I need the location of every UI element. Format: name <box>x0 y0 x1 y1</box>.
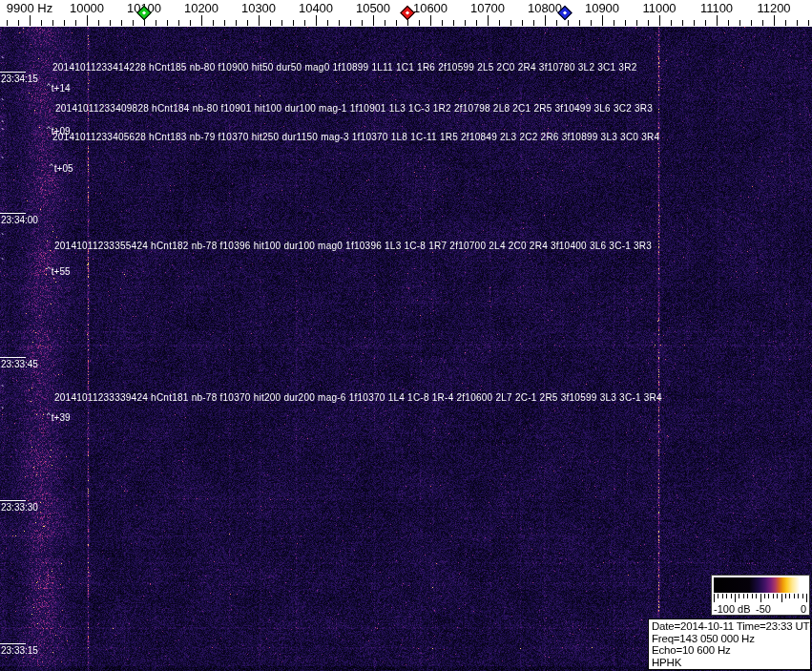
time-offset-text: t+39 <box>52 412 71 423</box>
time-tick-line <box>0 72 26 73</box>
event-edge-tick: ` <box>1 158 5 164</box>
caret-icon: ^ <box>50 161 53 170</box>
event-edge-tick: ` <box>1 58 5 64</box>
time-offset-text: t+14 <box>52 83 71 94</box>
event-edge-tick: ` <box>1 100 5 106</box>
marker-center-dot <box>563 10 567 14</box>
marker-center-dot <box>142 10 146 14</box>
time-offset-label: ^t+14 <box>47 81 71 94</box>
freq-tick-label: 10200 <box>184 1 219 15</box>
time-axis-label: 23:34:15 <box>1 73 38 84</box>
detection-log-line: 20141011233409828 hCnt184 nb-80 f10901 h… <box>55 103 653 114</box>
frequency-ruler: 9900 Hz100001010010200103001040010500106… <box>0 0 812 27</box>
event-edge-tick: ` <box>1 409 5 414</box>
time-tick-line <box>0 357 26 358</box>
info-frequency: Freq=143 050 000 Hz <box>652 633 807 645</box>
event-edge-tick: ` <box>1 387 5 392</box>
info-date-time: Date=2014-10-11 Time=23:33 UTC <box>652 620 807 633</box>
freq-tick-label: 10900 <box>585 1 619 15</box>
caret-icon: ^ <box>47 264 51 273</box>
marker-center-dot <box>406 10 409 14</box>
freq-tick-label: 10600 <box>413 1 448 15</box>
time-offset-label: ^t+55 <box>47 264 71 277</box>
db-max-label: 0 <box>801 603 806 615</box>
db-scale-ticks <box>714 594 807 602</box>
freq-tick-label: 10500 <box>356 1 390 15</box>
freq-tick-label: 9900 Hz <box>7 1 52 15</box>
caret-icon: ^ <box>47 410 51 419</box>
time-axis-label: 23:34:00 <box>1 215 38 225</box>
freq-tick-label: 10000 <box>70 1 104 15</box>
db-color-scale: -100 dB -50 0 <box>711 575 810 616</box>
time-offset-label: ^t+05 <box>50 161 73 174</box>
freq-tick-label: 11000 <box>642 1 676 15</box>
detection-log-line: 20141011233405628 hCnt183 nb-79 f10370 h… <box>52 132 659 142</box>
caret-icon: ^ <box>47 81 51 90</box>
freq-tick-label: 11100 <box>700 1 733 15</box>
info-echo-offset: Echo=10 600 Hz <box>652 644 807 657</box>
caret-icon: ^ <box>47 124 51 133</box>
time-offset-text: t+05 <box>54 163 73 174</box>
time-offset-label: ^t+09 <box>47 124 71 136</box>
detection-log-line: 20141011233414228 hCnt185 nb-80 f10900 h… <box>52 62 636 73</box>
time-offset-label: ^t+39 <box>47 410 71 423</box>
freq-tick-label: 11200 <box>757 1 790 15</box>
time-offset-text: t+55 <box>52 266 71 277</box>
time-tick-line <box>0 643 26 644</box>
db-min-label: -100 dB <box>714 603 751 615</box>
time-offset-text: t+09 <box>52 126 71 136</box>
detection-log-line: 20141011233355424 hCnt182 nb-78 f10396 h… <box>54 241 652 251</box>
info-station-code: HPHK <box>652 657 807 669</box>
time-axis-label: 23:33:45 <box>1 359 38 369</box>
meteor-echo-monitor-window: 23:34:1523:34:0023:33:4523:33:3023:33:15… <box>0 0 812 671</box>
freq-tick-label: 10700 <box>470 1 505 15</box>
freq-tick-label: 10300 <box>241 1 276 15</box>
db-gradient-bar <box>714 577 807 593</box>
time-axis-label: 23:33:30 <box>1 502 38 513</box>
event-edge-tick: ` <box>1 130 5 136</box>
status-info-box: Date=2014-10-11 Time=23:33 UTC Freq=143 … <box>648 619 811 670</box>
db-mid-label: -50 <box>756 603 771 615</box>
time-axis-label: 23:33:15 <box>1 645 38 656</box>
annotation-layer: 23:34:1523:34:0023:33:4523:33:3023:33:15… <box>0 0 812 671</box>
time-tick-line <box>0 213 26 214</box>
event-edge-tick: ` <box>1 83 5 89</box>
detection-log-line: 20141011233339424 hCnt181 nb-78 f10370 h… <box>54 392 662 403</box>
time-tick-line <box>0 500 26 501</box>
event-edge-tick: ` <box>1 235 5 241</box>
event-edge-tick: ` <box>1 260 5 265</box>
freq-tick-label: 10400 <box>299 1 333 15</box>
